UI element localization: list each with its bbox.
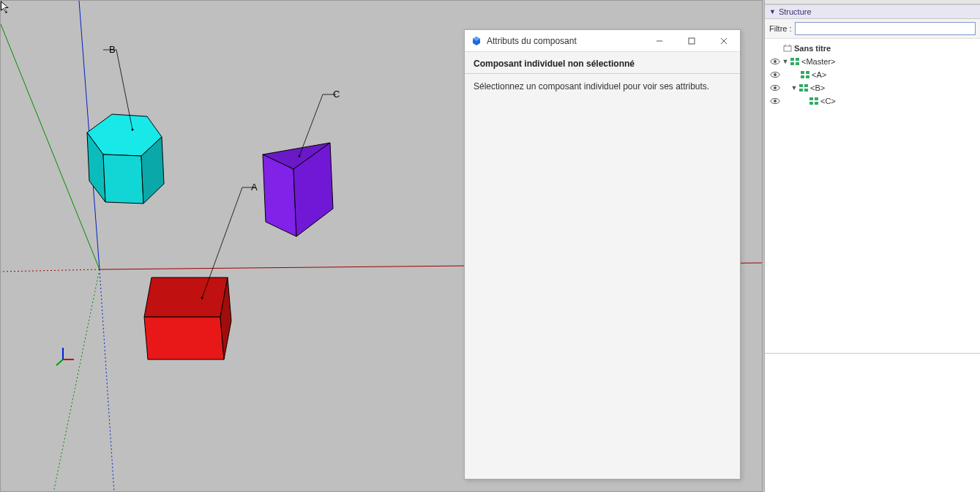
dialog-title: Attributs du composant: [487, 36, 577, 46]
shape-cube-a: [144, 277, 231, 359]
svg-rect-49: [806, 71, 809, 74]
filter-row: Filtre :: [765, 19, 980, 39]
section-title: Structure: [779, 7, 812, 16]
collapse-icon: ▼: [769, 8, 776, 15]
tree-item-master[interactable]: ▼ <Master>: [766, 55, 979, 68]
svg-rect-51: [806, 75, 809, 78]
svg-rect-56: [799, 89, 803, 92]
svg-rect-50: [801, 75, 804, 78]
maximize-button[interactable]: [676, 30, 708, 52]
svg-rect-62: [809, 102, 813, 105]
label-b: B: [109, 44, 116, 55]
tree-item-c[interactable]: <C>: [766, 94, 979, 108]
panel-section-header[interactable]: ▼ Structure: [765, 4, 980, 19]
svg-rect-63: [815, 102, 818, 105]
minimize-button[interactable]: [643, 30, 676, 52]
svg-marker-11: [144, 317, 224, 359]
tree-label-master: <Master>: [801, 57, 835, 66]
svg-rect-54: [799, 84, 803, 87]
svg-rect-45: [796, 62, 799, 65]
dialog-body: Sélectionnez un composant individuel pou…: [465, 74, 740, 479]
tree-item-a[interactable]: <A>: [766, 68, 979, 81]
model-icon: [782, 44, 793, 53]
sketchup-icon: [471, 35, 482, 47]
filter-label: Filtre :: [769, 24, 792, 33]
expand-icon[interactable]: ▼: [781, 58, 790, 65]
svg-rect-44: [790, 62, 794, 65]
component-icon: [809, 97, 819, 105]
expand-icon[interactable]: ▼: [790, 84, 798, 92]
component-icon: [800, 70, 810, 79]
tree-label-a: <A>: [812, 70, 826, 79]
tree-root[interactable]: Sans titre: [766, 42, 979, 55]
visibility-icon[interactable]: [769, 84, 781, 92]
svg-rect-48: [801, 71, 804, 74]
svg-rect-55: [804, 84, 808, 87]
svg-rect-43: [796, 58, 799, 61]
close-button[interactable]: [708, 30, 740, 52]
label-c: C: [333, 89, 340, 100]
label-a: A: [251, 182, 258, 193]
svg-point-28: [299, 155, 301, 157]
tree-root-label: Sans titre: [794, 44, 831, 53]
svg-point-47: [774, 73, 777, 76]
visibility-icon[interactable]: [769, 71, 781, 78]
svg-marker-10: [144, 277, 228, 317]
component-icon: [790, 57, 800, 66]
tree-label-c: <C>: [820, 97, 836, 105]
dialog-header: Composant individuel non sélectionné: [465, 52, 740, 74]
svg-rect-42: [790, 58, 794, 61]
bottom-pane: [765, 353, 980, 492]
tree-label-b: <B>: [810, 83, 825, 92]
svg-point-41: [774, 60, 777, 63]
filter-input[interactable]: [795, 22, 976, 35]
visibility-icon[interactable]: [769, 58, 781, 65]
dialog-titlebar[interactable]: Attributs du composant: [465, 30, 740, 52]
svg-rect-34: [689, 38, 695, 44]
tree-item-b[interactable]: ▼ <B>: [766, 81, 979, 94]
svg-rect-60: [809, 97, 813, 100]
visibility-icon[interactable]: [769, 97, 781, 105]
svg-rect-57: [804, 89, 808, 92]
svg-point-53: [774, 86, 777, 89]
outliner-panel: ▼ Structure Filtre : Sans titre ▼ <Maste…: [764, 0, 980, 492]
component-icon: [798, 83, 809, 92]
svg-point-59: [774, 100, 777, 102]
svg-marker-18: [103, 154, 143, 204]
svg-rect-37: [784, 46, 791, 51]
svg-point-15: [201, 297, 203, 299]
svg-rect-61: [815, 97, 818, 100]
outliner-tree[interactable]: Sans titre ▼ <Master> <A>: [765, 39, 980, 353]
shape-hexprism-b: [87, 114, 164, 204]
svg-point-22: [132, 129, 134, 131]
component-attributes-dialog[interactable]: Attributs du composant Composant individ…: [464, 29, 741, 480]
